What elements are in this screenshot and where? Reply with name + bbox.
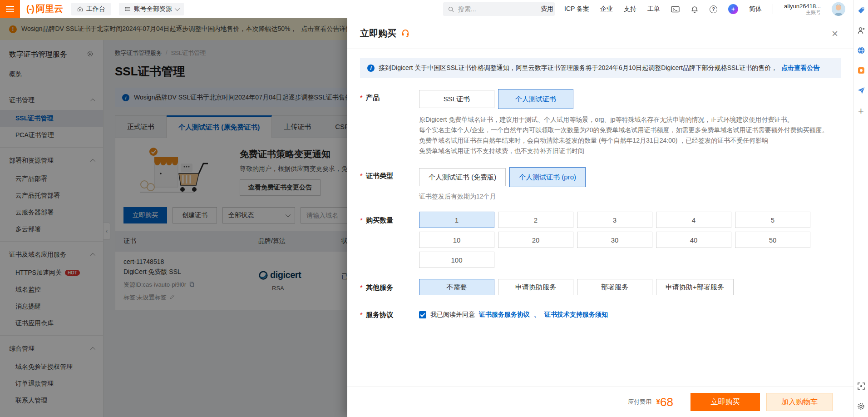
resources-icon <box>124 5 131 12</box>
required-asterisk: * <box>360 216 363 224</box>
account-name: aliyun26418... <box>784 3 821 10</box>
description-line: 原Digicert 免费单域名证书，建议用于测试、个人试用等场景，org、jp等… <box>419 114 841 125</box>
topbar: (-) 阿里云 工作台 账号全部资源 费用 ICP 备案 企业 支持 <box>0 0 853 18</box>
nav-enterprise[interactable]: 企业 <box>600 5 613 13</box>
avatar[interactable] <box>832 2 845 16</box>
drawer-title: 立即购买 <box>360 27 396 40</box>
quantity-option-5[interactable]: 5 <box>735 212 810 228</box>
quantity-option-10[interactable]: 10 <box>419 232 494 248</box>
cert-type-label-wrap: * 证书类型 <box>360 167 419 201</box>
headset-support-icon[interactable] <box>401 28 410 39</box>
view-announcement-link[interactable]: 点击查看公告 <box>781 64 819 72</box>
quantity-option-2[interactable]: 2 <box>498 212 573 228</box>
dock-settings-gear-icon[interactable] <box>857 402 865 411</box>
workbench-label: 工作台 <box>86 5 105 13</box>
quantity-row: * 购买数量 1 2 3 4 5 10 20 30 40 50 <box>360 212 841 268</box>
agreement-text: 我已阅读并同意 <box>430 311 475 319</box>
quantity-option-50[interactable]: 50 <box>735 232 810 248</box>
tongyi-assistant-icon[interactable] <box>728 4 738 14</box>
agreement-checkbox[interactable] <box>419 311 426 318</box>
drawer-body: i 接到Digicert 关于中国区SSL证书价格调整通知，阿里云数字证书管理服… <box>347 49 853 319</box>
product-label-wrap: * 产品 <box>360 89 419 156</box>
nav-icp[interactable]: ICP 备案 <box>564 5 589 13</box>
aliyun-logo[interactable]: (-) 阿里云 <box>26 3 63 15</box>
right-dock: + <box>853 0 868 417</box>
required-asterisk: * <box>360 172 363 179</box>
drawer-footer: 应付费用 ¥ 68 立即购买 加入购物车 <box>347 387 853 417</box>
quantity-option-20[interactable]: 20 <box>498 232 573 248</box>
agreement-label-wrap: * 服务协议 <box>360 306 419 319</box>
digicert-notice-text: 接到Digicert 关于中国区SSL证书价格调整通知，阿里云数字证书管理服务将… <box>379 64 777 72</box>
services-label: 其他服务 <box>366 283 393 291</box>
currency-symbol: ¥ <box>656 398 660 406</box>
hamburger-menu-icon[interactable] <box>0 0 20 18</box>
tech-support-notice-link[interactable]: 证书技术支持服务须知 <box>544 311 608 319</box>
quantity-option-40[interactable]: 40 <box>656 232 731 248</box>
divider <box>773 4 773 14</box>
dock-globe-icon[interactable] <box>857 46 865 55</box>
service-agreement-link[interactable]: 证书服务服务协议 <box>479 311 530 319</box>
help-icon[interactable]: ? <box>710 5 717 13</box>
service-option-none[interactable]: 不需要 <box>419 279 494 295</box>
dock-tag-icon[interactable] <box>857 6 865 15</box>
dock-add-user-icon[interactable] <box>857 26 865 35</box>
agreement-row: * 服务协议 我已阅读并同意 证书服务服务协议 、 证书技术支持服务须知 <box>360 306 841 319</box>
account-role: 主账号 <box>784 10 821 15</box>
logo-text: 阿里云 <box>36 3 63 15</box>
notifications-bell-icon[interactable] <box>690 5 699 13</box>
product-option-ssl-cert[interactable]: SSL证书 <box>419 90 494 108</box>
product-option-personal-test-cert[interactable]: 个人测试证书 <box>498 89 573 109</box>
agreement-label: 服务协议 <box>366 311 393 318</box>
drawer-buy-now-button[interactable]: 立即购买 <box>690 393 760 411</box>
all-resources-button[interactable]: 账号全部资源 <box>119 3 184 15</box>
quantity-options: 1 2 3 4 5 10 20 30 40 50 100 <box>419 212 841 268</box>
product-row: * 产品 SSL证书 个人测试证书 原Digicert 免费单域名证书，建议用于… <box>360 89 841 156</box>
fee-amount: 68 <box>660 395 673 409</box>
quantity-option-3[interactable]: 3 <box>577 212 652 228</box>
close-icon[interactable]: × <box>832 28 838 39</box>
service-option-assist-deploy[interactable]: 申请协助+部署服务 <box>656 279 734 295</box>
dock-plus-icon[interactable]: + <box>858 106 864 116</box>
quantity-label-wrap: * 购买数量 <box>360 212 419 268</box>
product-descriptions: 原Digicert 免费单域名证书，建议用于测试、个人试用等场景，org、jp等… <box>419 114 841 156</box>
dock-app-icon[interactable] <box>857 66 865 74</box>
description-line: 免费单域名试用证书不支持续费，也不支持补齐旧证书时间 <box>419 146 841 156</box>
description-line: 免费单域名试用证书在自然年结束时，会自动清除未签发的数量 (每个自然年12月31… <box>419 135 841 146</box>
quantity-option-1[interactable]: 1 <box>419 212 494 228</box>
quantity-label: 购买数量 <box>366 216 393 224</box>
dock-send-icon[interactable] <box>857 86 865 94</box>
agreement-separator: 、 <box>534 311 540 319</box>
service-option-assist[interactable]: 申请协助服务 <box>498 279 573 295</box>
info-icon: i <box>367 65 375 72</box>
drawer-header: 立即购买 <box>347 18 853 49</box>
services-row: * 其他服务 不需要 申请协助服务 部署服务 申请协助+部署服务 <box>360 279 841 295</box>
search-input[interactable] <box>458 5 540 13</box>
all-resources-label: 账号全部资源 <box>134 5 172 13</box>
search-icon <box>448 6 454 13</box>
chevron-down-icon <box>175 5 180 10</box>
workbench-button[interactable]: 工作台 <box>71 3 111 15</box>
terminal-icon[interactable] <box>671 5 680 13</box>
validity-note: 证书签发后有效期为12个月 <box>419 193 841 201</box>
account-menu[interactable]: aliyun26418... 主账号 <box>784 3 821 16</box>
drawer-mask[interactable] <box>0 18 347 417</box>
services-label-wrap: * 其他服务 <box>360 279 419 295</box>
cert-type-label: 证书类型 <box>366 172 393 179</box>
fee-label: 应付费用 <box>628 398 651 406</box>
cert-type-option-free[interactable]: 个人测试证书 (免费版) <box>419 168 506 186</box>
service-option-deploy[interactable]: 部署服务 <box>577 279 652 295</box>
logo-mark: (-) <box>26 4 34 14</box>
console-screen: (-) 阿里云 工作台 账号全部资源 费用 ICP 备案 企业 支持 <box>0 0 868 417</box>
dock-capture-icon[interactable] <box>857 382 865 390</box>
cert-type-option-pro[interactable]: 个人测试证书 (pro) <box>509 167 586 187</box>
nav-billing[interactable]: 费用 <box>541 5 553 13</box>
nav-support[interactable]: 支持 <box>624 5 636 13</box>
language-switch[interactable]: 简体 <box>749 5 762 13</box>
nav-tickets[interactable]: 工单 <box>647 5 660 13</box>
add-to-cart-button[interactable]: 加入购物车 <box>766 393 833 411</box>
quantity-option-4[interactable]: 4 <box>656 212 731 228</box>
quantity-option-100[interactable]: 100 <box>419 252 494 268</box>
product-label: 产品 <box>366 94 380 101</box>
quantity-option-30[interactable]: 30 <box>577 232 652 248</box>
global-search[interactable] <box>443 2 555 16</box>
